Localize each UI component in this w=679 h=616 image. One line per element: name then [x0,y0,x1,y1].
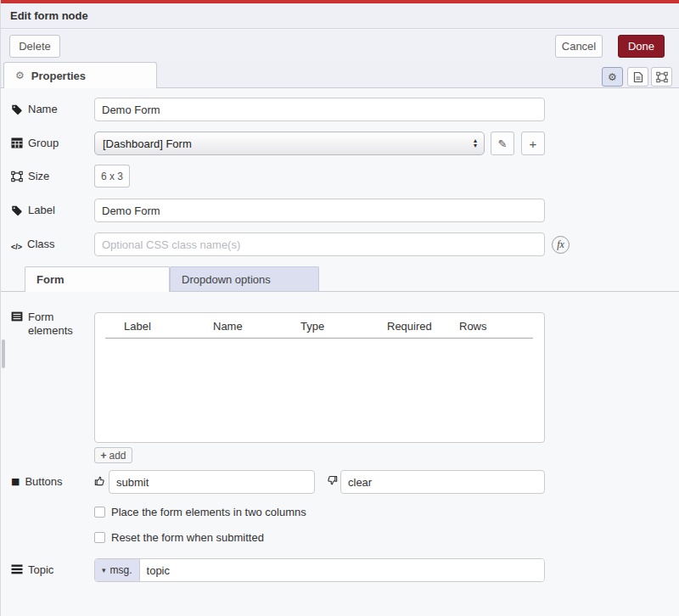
dialog-title: Edit form node [10,9,88,22]
appearance-icon-button[interactable] [651,67,672,87]
pencil-icon: ✎ [498,137,508,150]
object-group-icon [11,171,23,182]
square-icon: ■ [11,475,20,489]
dialog-header: Edit form node [1,3,679,29]
add-group-button[interactable]: + [521,132,545,155]
column-header-label: Label [124,320,151,333]
topic-typed-input: ▾ msg. [94,558,545,582]
topic-type-label: msg. [110,564,132,576]
topic-value-input[interactable] [140,559,544,581]
dialog-toolbar: Delete Cancel Done [1,30,679,63]
group-select[interactable]: [Dashboard] Form ▴▾ [94,132,485,155]
dialog-body: Name Group [Dashboard] Form ▴▾ ✎ + [1,88,679,616]
gear-icon: ⚙ [608,71,617,83]
label-field-label: Label [11,204,55,217]
plus-icon: + [530,137,537,151]
tab-dropdown-options[interactable]: Dropdown options [170,266,319,291]
document-icon [633,71,643,83]
tab-properties[interactable]: ⚙ Properties [3,62,157,88]
tab-properties-label: Properties [31,70,86,82]
two-columns-checkbox-label: Place the form elements in two columns [111,506,306,518]
size-button[interactable]: 6 x 3 [94,165,130,188]
submit-button-input[interactable] [109,470,315,494]
fx-icon: fx [557,238,564,251]
clear-button-input[interactable] [340,470,545,494]
reset-form-checkbox-label: Reset the form when submitted [111,531,264,544]
buttons-field-label: ■ Buttons [11,475,63,489]
properties-icon-button[interactable]: ⚙ [602,67,623,87]
tasks-icon [11,564,23,574]
label-input[interactable] [94,199,545,222]
fx-expand-button[interactable]: fx [552,236,570,254]
column-header-type: Type [300,320,324,333]
class-input[interactable] [94,232,545,256]
code-icon: </> [11,240,22,254]
form-elements-label: Form elements [11,311,82,338]
thumbs-up-icon [93,474,106,487]
plus-icon: + [100,450,106,462]
size-field-label: Size [11,170,49,183]
class-field-label: </> Class [11,238,55,254]
object-group-icon [656,71,668,83]
left-scrollbar-thumb[interactable] [2,339,5,368]
done-button[interactable]: Done [618,35,665,58]
column-header-rows: Rows [459,320,487,333]
editor-tabbar: ⚙ Properties ⚙ [1,62,679,88]
group-field-label: Group [11,137,59,150]
edit-node-dialog: Edit form node Delete Cancel Done ⚙ Prop… [0,0,679,616]
node-subtabs: Form Dropdown options [1,266,679,292]
description-icon-button[interactable] [627,67,648,87]
topic-type-select[interactable]: ▾ msg. [95,559,140,581]
add-element-button[interactable]: + add [94,447,132,463]
form-elements-list[interactable]: Label Name Type Required Rows [94,312,545,443]
header-divider [105,338,533,339]
name-field-label: Name [11,103,58,116]
delete-button[interactable]: Delete [9,35,60,58]
tag-icon [11,104,23,115]
reset-form-checkbox[interactable] [94,532,105,543]
edit-group-button[interactable]: ✎ [491,132,514,155]
thumbs-down-icon [326,474,339,487]
column-header-required: Required [387,320,432,333]
name-input[interactable] [94,98,545,121]
topic-field-label: Topic [11,563,53,577]
tab-form[interactable]: Form [25,266,170,292]
caret-down-icon: ▾ [102,566,106,574]
list-alt-icon [11,311,23,322]
select-arrows-icon: ▴▾ [474,138,477,148]
tag-icon [11,204,23,216]
table-icon [11,137,23,148]
gear-icon: ⚙ [15,70,25,81]
two-columns-checkbox[interactable] [94,507,105,518]
column-header-name: Name [213,320,243,333]
cancel-button[interactable]: Cancel [555,35,603,58]
group-select-value: [Dashboard] Form [103,137,192,150]
